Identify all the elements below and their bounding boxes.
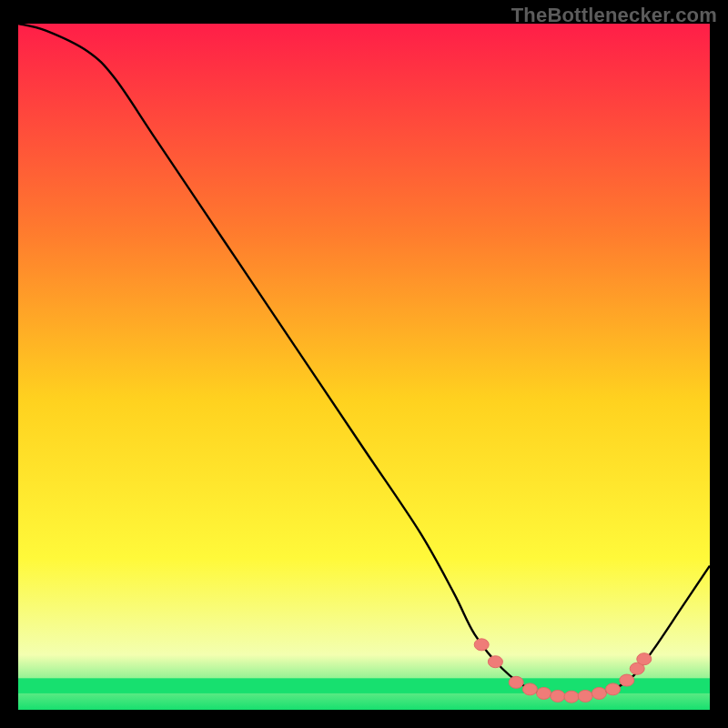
data-marker (578, 690, 592, 702)
data-marker (551, 690, 565, 702)
gradient-background (18, 24, 710, 710)
data-marker (564, 691, 579, 703)
data-marker (606, 683, 621, 695)
data-marker (637, 653, 652, 665)
data-marker (620, 674, 634, 686)
chart-frame: TheBottlenecker.com (0, 0, 728, 728)
data-marker (488, 656, 502, 668)
data-marker (592, 687, 606, 699)
data-marker (509, 676, 523, 688)
data-marker (474, 639, 489, 651)
chart-svg (18, 24, 710, 710)
data-marker (537, 687, 551, 699)
plot-area (18, 24, 710, 710)
data-marker (522, 683, 537, 695)
